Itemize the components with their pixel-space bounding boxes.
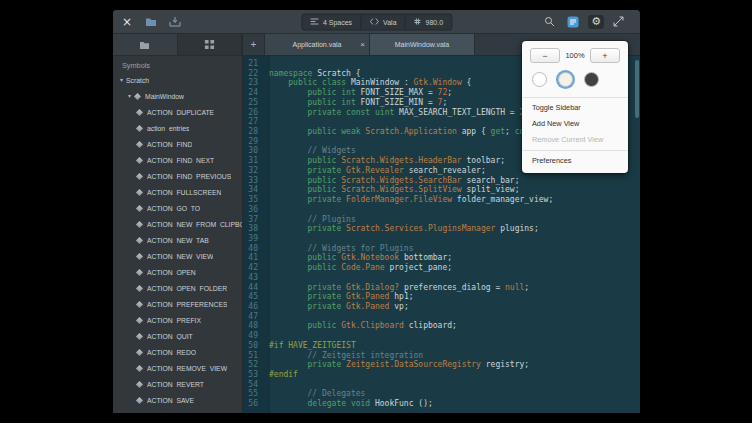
- symbol-item[interactable]: ACTION_FIND_NEXT: [113, 152, 242, 168]
- symbol-label: ACTION_FIND_NEXT: [147, 157, 214, 164]
- line-number: 45: [243, 292, 264, 302]
- line-number: 22: [243, 69, 264, 79]
- symbol-icon: [136, 252, 143, 259]
- symbol-item[interactable]: ACTION_PREFIX: [113, 312, 242, 328]
- expander-icon[interactable]: ▾: [128, 93, 131, 99]
- symbol-item[interactable]: ACTION_REDO: [113, 344, 242, 360]
- symbol-label: ACTION_SAVE_AS: [147, 413, 207, 414]
- symbol-icon: [136, 380, 143, 387]
- line-number: 30: [243, 146, 264, 156]
- tab-Application.vala[interactable]: Application.vala×: [265, 34, 370, 55]
- symbol-item[interactable]: ACTION_FIND: [113, 136, 242, 152]
- desktop-background: { "colors": { "accent_blue": "#4a9ad6", …: [0, 0, 752, 423]
- symbol-item[interactable]: ACTION_NEW_TAB: [113, 232, 242, 248]
- line-number: 43: [243, 273, 264, 283]
- line-number: 29: [243, 137, 264, 147]
- line-number: 49: [243, 331, 264, 341]
- symbol-item[interactable]: ACTION_FULLSCREEN: [113, 184, 242, 200]
- app-menu-popover: − 100% + Toggle SidebarAdd New ViewRemov…: [522, 41, 628, 173]
- menu-separator: [522, 150, 628, 151]
- code-line: 43: [243, 273, 640, 283]
- zoom-out-button[interactable]: −: [530, 48, 560, 63]
- symbol-item[interactable]: action_entries: [113, 120, 242, 136]
- scrollbar-thumb[interactable]: [635, 60, 639, 118]
- app-menu-button[interactable]: ⚙: [588, 15, 604, 29]
- code-line: 42 public Code.Pane project_pane;: [243, 263, 640, 273]
- expander-icon[interactable]: ▾: [120, 77, 123, 83]
- symbol-item[interactable]: ACTION_NEW_VIEW: [113, 248, 242, 264]
- tab-close-button[interactable]: ×: [359, 40, 366, 50]
- line-number: 33: [243, 176, 264, 186]
- symbol-label: MainWindow: [145, 93, 184, 100]
- symbol-icon: [136, 364, 143, 371]
- code-line: 55 // Delegates: [243, 389, 640, 399]
- code-line: 35 private FolderManager.FileView folder…: [243, 195, 640, 205]
- zoom-in-button[interactable]: +: [590, 48, 620, 63]
- window-close-button[interactable]: ×: [122, 16, 132, 28]
- symbol-label: ACTION_OPEN_FOLDER: [147, 285, 227, 292]
- code-line: 38 private Scratch.Services.PluginsManag…: [243, 224, 640, 234]
- symbols-view-button[interactable]: [178, 34, 243, 55]
- symbol-label: ACTION_NEW_TAB: [147, 237, 209, 244]
- symbol-item[interactable]: ACTION_REMOVE_VIEW: [113, 360, 242, 376]
- line-number: 42: [243, 263, 264, 273]
- line-number: 24: [243, 88, 264, 98]
- symbol-icon: [136, 412, 143, 413]
- line-number: 36: [243, 205, 264, 215]
- indent-icon: [310, 18, 319, 26]
- sidebar-toolbar: [113, 34, 242, 56]
- segment-label: 980.0: [426, 18, 444, 25]
- project-view-button[interactable]: [113, 34, 178, 55]
- symbol-item[interactable]: ACTION_DUPLICATE: [113, 104, 242, 120]
- symbol-icon: [136, 108, 143, 115]
- symbol-item[interactable]: ACTION_FIND_PREVIOUS: [113, 168, 242, 184]
- symbol-item[interactable]: ACTION_OPEN: [113, 264, 242, 280]
- fullscreen-button[interactable]: [610, 15, 627, 28]
- search-button[interactable]: [541, 15, 558, 28]
- code-line: 56 delegate void HookFunc ();: [243, 399, 640, 409]
- symbol-item[interactable]: ACTION_QUIT: [113, 328, 242, 344]
- symbol-label: ACTION_DUPLICATE: [147, 109, 214, 116]
- symbol-icon: [136, 188, 143, 195]
- color-scheme-solarized-light[interactable]: [558, 72, 573, 87]
- zoom-level: 100%: [565, 51, 584, 60]
- tab-MainWindow.vala[interactable]: MainWindow.vala: [370, 34, 475, 55]
- code-line: 52 private Zeitgeist.DataSourceRegistry …: [243, 360, 640, 370]
- menu-item-preferences[interactable]: Preferences: [522, 153, 628, 169]
- open-folder-button[interactable]: [142, 15, 160, 28]
- header-segment-position[interactable]: 980.0: [406, 14, 452, 29]
- editor-scrollbar[interactable]: [634, 56, 639, 413]
- line-number: 54: [243, 380, 264, 390]
- menu-item-toggle-sidebar[interactable]: Toggle Sidebar: [522, 100, 628, 116]
- symbol-item[interactable]: ACTION_NEW_FROM_CLIPBOARD: [113, 216, 242, 232]
- symbol-icon: [136, 204, 143, 211]
- color-scheme-light[interactable]: [532, 72, 547, 87]
- color-scheme-dark[interactable]: [584, 72, 599, 87]
- segment-label: 4 Spaces: [323, 18, 352, 25]
- save-as-button[interactable]: [166, 15, 184, 28]
- symbol-label: ACTION_REVERT: [147, 381, 204, 388]
- symbol-item[interactable]: ▾Scratch: [113, 72, 242, 88]
- templates-button[interactable]: [564, 15, 582, 29]
- line-number: 52: [243, 360, 264, 370]
- symbol-item[interactable]: ACTION_SAVE_AS: [113, 408, 242, 413]
- line-number: 55: [243, 389, 264, 399]
- symbol-item[interactable]: ACTION_REVERT: [113, 376, 242, 392]
- header-segment-tab-width[interactable]: 4 Spaces: [302, 14, 361, 29]
- symbol-item[interactable]: ACTION_OPEN_FOLDER: [113, 280, 242, 296]
- symbol-item[interactable]: ACTION_GO_TO: [113, 200, 242, 216]
- color-scheme-picker: [522, 67, 628, 95]
- menu-item-add-new-view[interactable]: Add New View: [522, 116, 628, 132]
- line-number: 53: [243, 370, 264, 380]
- symbol-item[interactable]: ▾MainWindow: [113, 88, 242, 104]
- symbol-item[interactable]: ACTION_SAVE: [113, 392, 242, 408]
- code-line: 54: [243, 380, 640, 390]
- menu-item-list: Toggle SidebarAdd New ViewRemove Current…: [522, 100, 628, 169]
- symbol-icon: [136, 316, 143, 323]
- new-tab-button[interactable]: +: [243, 34, 265, 55]
- symbols-panel-title: Symbols: [113, 56, 242, 72]
- symbol-label: ACTION_FIND_PREVIOUS: [147, 173, 231, 180]
- code-line: 33 public Scratch.Widgets.SearchBar sear…: [243, 176, 640, 186]
- header-segment-language[interactable]: Vala: [361, 14, 406, 29]
- symbol-item[interactable]: ACTION_PREFERENCES: [113, 296, 242, 312]
